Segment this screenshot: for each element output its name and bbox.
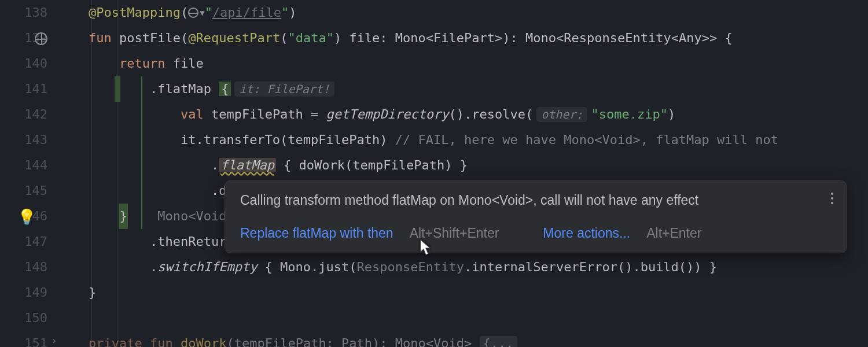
code-text: { Mono.just( <box>257 260 356 274</box>
line-number: 138 <box>0 0 47 25</box>
shortcut-hint: Alt+Enter <box>646 226 701 241</box>
inspection-tooltip[interactable]: Calling transform method flatMap on Mono… <box>225 180 847 253</box>
line-number: 142 <box>0 102 47 127</box>
code-text: it.transferTo(tempFilePath) <box>181 132 395 147</box>
code-line[interactable]: .switchIfEmpty { Mono.just(ResponseEntit… <box>58 254 868 280</box>
shortcut-hint: Alt+Shift+Enter <box>410 226 499 241</box>
keyword: private <box>89 336 142 347</box>
line-number: 147 <box>0 229 47 254</box>
code-line[interactable]: it.transferTo(tempFilePath) // FAIL, her… <box>58 127 868 153</box>
intention-bulb-icon[interactable]: 💡 <box>17 208 31 222</box>
function-call: getTempDirectory <box>326 107 449 121</box>
more-actions-link[interactable]: More actions... <box>543 226 630 241</box>
warned-call: flatMap <box>219 158 276 172</box>
string-literal: "data" <box>288 31 333 45</box>
code-text: .flatMap <box>150 82 219 96</box>
tooltip-actions: Replace flatMap with then Alt+Shift+Ente… <box>240 226 831 241</box>
line-number: 150 <box>0 305 47 331</box>
line-number: 143 <box>0 127 47 153</box>
annotation: @RequestPart <box>188 31 280 45</box>
quick-fix-link[interactable]: Replace flatMap with then <box>240 226 393 241</box>
code-text: file: Mono<FilePart>): Mono<ResponseEnti… <box>341 31 733 45</box>
expand-fold-icon[interactable]: › <box>51 334 57 346</box>
code-text: tempFilePath = <box>204 107 326 121</box>
url-globe-icon <box>188 8 198 18</box>
inlay-hint[interactable]: it: FilePart! <box>234 82 334 97</box>
code-line[interactable]: return file <box>58 51 868 76</box>
code-line[interactable]: private fun doWork(tempFilePath: Path): … <box>58 331 868 347</box>
code-editor[interactable]: 138 139 140 141 142 143 144 145 146 147 … <box>0 0 868 347</box>
code-text: file <box>165 56 203 71</box>
code-line[interactable] <box>58 305 868 331</box>
closing-brace: } <box>119 204 128 229</box>
line-number: 145 <box>0 178 47 204</box>
keyword: fun <box>150 336 173 347</box>
kebab-menu-icon[interactable] <box>831 193 833 204</box>
code-line[interactable]: } <box>58 280 868 305</box>
code-line[interactable]: .flatMap { doWork(tempFilePath) } <box>58 153 868 178</box>
code-line[interactable]: val tempFilePath = getTempDirectory().re… <box>58 102 868 127</box>
code-line[interactable]: fun postFile(@RequestPart("data") file: … <box>58 25 868 51</box>
line-number: 151 <box>0 331 47 347</box>
line-number: 141 <box>0 76 47 102</box>
annotation: @PostMapping <box>89 5 181 20</box>
code-text: (tempFilePath: Path): Mono<Void> <box>226 336 479 347</box>
function-name: postFile <box>119 31 181 45</box>
code-area[interactable]: @PostMapping(▼"/api/file") fun postFile(… <box>58 0 868 347</box>
line-number: 149 <box>0 280 47 305</box>
line-number: 140 <box>0 51 47 76</box>
keyword: fun <box>89 31 112 45</box>
chevron-down-icon[interactable]: ▼ <box>200 8 204 17</box>
comment: // FAIL, here we have Mono<Void>, flatMa… <box>395 132 778 147</box>
keyword: return <box>119 56 165 71</box>
string-literal: "/api/file" <box>205 5 289 20</box>
dim-text: ResponseEntity <box>357 260 464 274</box>
code-line[interactable]: .flatMap {it: FilePart! <box>58 76 868 102</box>
code-text: .internalServerError().build()) } <box>464 260 717 274</box>
string-literal: "some.zip" <box>591 107 667 121</box>
code-text: .thenReturn <box>150 234 234 249</box>
tooltip-message: Calling transform method flatMap on Mono… <box>240 193 831 208</box>
function-call: switchIfEmpty <box>157 260 257 274</box>
keyword: val <box>181 107 204 121</box>
url-path[interactable]: /api/file <box>212 5 281 20</box>
line-number: 144 <box>0 153 47 178</box>
inlay-type-hint: Mono<Void! <box>157 209 234 223</box>
code-text: ().resolve( <box>449 107 534 121</box>
web-endpoint-gutter-icon[interactable] <box>35 32 47 45</box>
function-name: doWork <box>181 336 226 347</box>
code-line[interactable]: @PostMapping(▼"/api/file") <box>58 0 868 25</box>
inlay-hint[interactable]: other: <box>536 107 587 122</box>
line-number-gutter: 138 139 140 141 142 143 144 145 146 147 … <box>0 0 58 347</box>
line-number: 148 <box>0 254 47 280</box>
code-text: { doWork(tempFilePath) } <box>276 158 468 172</box>
